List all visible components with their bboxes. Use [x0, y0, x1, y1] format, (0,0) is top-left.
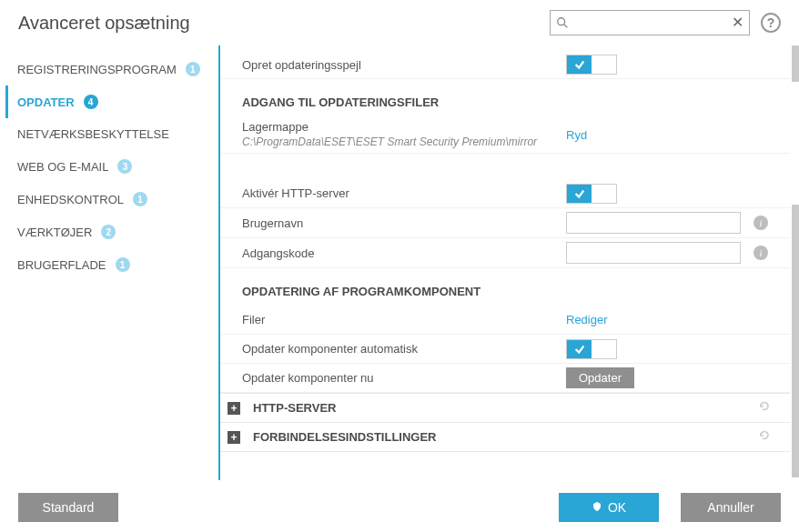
sidebar-item-label: VÆRKTØJER	[17, 226, 92, 239]
sidebar: REGISTRERINGSPROGRAM 1 OPDATER 4 NETVÆRK…	[0, 45, 218, 480]
sidebar-badge: 3	[117, 159, 132, 174]
section-heading-storage: ADGANG TIL OPDATERINGSFILER	[220, 79, 790, 116]
http-enable-label: Aktivér HTTP-server	[242, 186, 566, 200]
expander-label: HTTP-SERVER	[253, 401, 337, 415]
search-input[interactable]	[569, 12, 732, 34]
sidebar-item-label: BRUGERFLADE	[17, 258, 106, 272]
help-button[interactable]: ?	[761, 13, 781, 33]
ok-button-label: OK	[608, 500, 626, 515]
sidebar-badge: 4	[84, 95, 98, 109]
revert-icon[interactable]	[757, 428, 772, 446]
sidebar-item-label: REGISTRERINGSPROGRAM	[17, 63, 177, 76]
clear-folder-link[interactable]: Ryd	[566, 128, 587, 142]
scrollbar[interactable]	[790, 45, 799, 480]
sidebar-item-enhedskontrol[interactable]: ENHEDSKONTROL 1	[5, 183, 218, 216]
auto-update-toggle[interactable]	[566, 339, 617, 359]
files-edit-link[interactable]: Rediger	[566, 313, 608, 326]
password-input[interactable]	[566, 242, 741, 264]
info-icon[interactable]: i	[753, 246, 768, 260]
sidebar-badge: 1	[116, 257, 130, 272]
search-icon	[556, 16, 569, 29]
svg-point-0	[558, 18, 565, 25]
sidebar-badge: 1	[186, 62, 200, 76]
auto-update-label: Opdater komponenter automatisk	[242, 342, 566, 356]
password-label: Adgangskode	[242, 246, 566, 260]
section-heading-component: OPDATERING AF PROGRAMKOMPONENT	[220, 268, 790, 306]
expander-forbindelsesindstillinger[interactable]: + FORBINDELSESINDSTILLINGER	[220, 423, 790, 452]
expander-label: FORBINDELSESINDSTILLINGER	[253, 430, 437, 444]
revert-icon[interactable]	[757, 399, 772, 417]
http-enable-toggle[interactable]	[566, 184, 617, 204]
sidebar-item-label: ENHEDSKONTROL	[17, 193, 124, 206]
expand-icon: +	[228, 402, 240, 415]
update-now-label: Opdater komponenter nu	[242, 371, 566, 385]
mirror-toggle[interactable]	[566, 55, 617, 75]
sidebar-item-netvaerksbeskyttelse[interactable]: NETVÆRKSBESKYTTELSE	[5, 118, 218, 150]
sidebar-item-opdater[interactable]: OPDATER 4	[5, 85, 218, 118]
svg-line-1	[564, 25, 568, 28]
folder-path: C:\ProgramData\ESET\ESET Smart Security …	[242, 136, 566, 150]
expand-icon: +	[228, 431, 240, 444]
sidebar-item-registreringsprogram[interactable]: REGISTRERINGSPROGRAM 1	[5, 53, 218, 85]
default-button[interactable]: Standard	[18, 493, 118, 522]
update-now-button[interactable]: Opdater	[566, 367, 634, 388]
sidebar-item-web-og-email[interactable]: WEB OG E-MAIL 3	[5, 150, 218, 183]
clear-search-icon[interactable]: ✕	[732, 15, 743, 30]
scroll-thumb[interactable]	[792, 45, 799, 82]
sidebar-item-label: WEB OG E-MAIL	[17, 160, 108, 174]
footer: Standard OK Annuller	[0, 482, 799, 532]
sidebar-item-label: OPDATER	[17, 95, 75, 109]
sidebar-badge: 1	[133, 192, 147, 206]
shield-icon	[592, 500, 602, 515]
scroll-thumb[interactable]	[792, 205, 799, 477]
page-title: Avanceret opsætning	[18, 13, 550, 34]
expander-http-server[interactable]: + HTTP-SERVER	[220, 393, 790, 423]
sidebar-item-brugerflade[interactable]: BRUGERFLADE 1	[5, 248, 218, 281]
username-label: Brugernavn	[242, 216, 566, 230]
folder-label: Lagermappe	[242, 120, 566, 136]
mirror-label: Opret opdateringsspejl	[242, 58, 566, 72]
help-icon: ?	[767, 15, 775, 30]
search-box[interactable]: ✕	[550, 10, 750, 35]
cancel-button[interactable]: Annuller	[681, 493, 781, 522]
info-icon[interactable]: i	[753, 216, 768, 230]
ok-button[interactable]: OK	[559, 493, 659, 522]
content-panel: Opret opdateringsspejl ADGANG TIL OPDATE…	[218, 45, 799, 480]
username-input[interactable]	[566, 212, 741, 234]
sidebar-badge: 2	[101, 225, 116, 239]
files-label: Filer	[242, 313, 566, 326]
sidebar-item-label: NETVÆRKSBESKYTTELSE	[17, 127, 169, 141]
sidebar-item-vaerktojer[interactable]: VÆRKTØJER 2	[5, 216, 218, 248]
